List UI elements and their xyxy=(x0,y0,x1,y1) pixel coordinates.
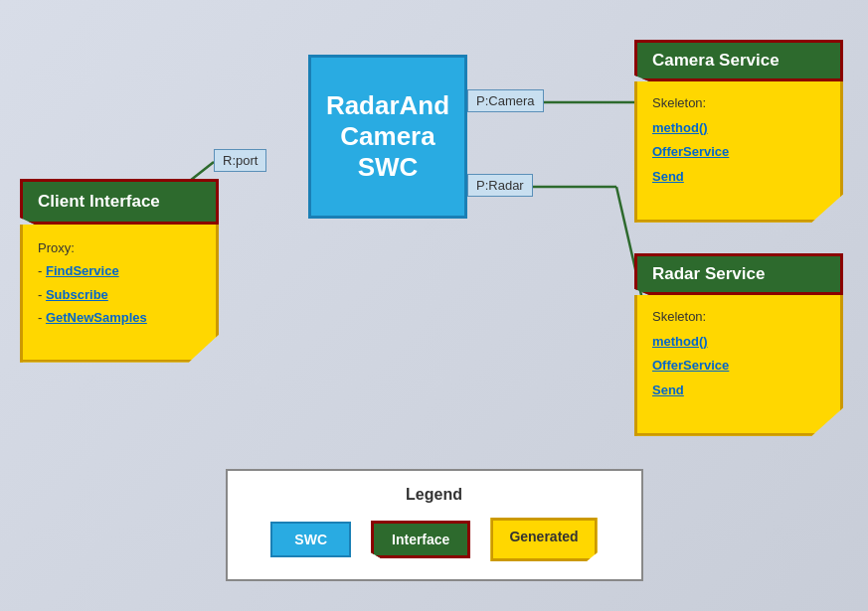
legend-swc-item: SWC xyxy=(270,522,351,557)
client-interface-title: Client Interface xyxy=(38,192,160,211)
camera-service-title: Camera Service xyxy=(652,51,780,70)
client-interface: Client Interface Proxy: - FindService - … xyxy=(20,179,219,363)
camera-service-content: Skeleton: method() OfferService Send xyxy=(652,91,825,190)
camera-service-body: Skeleton: method() OfferService Send xyxy=(634,81,843,223)
radar-offer-service-link: OfferService xyxy=(652,358,729,373)
radar-service-title: Radar Service xyxy=(652,264,765,283)
radar-service-body: Skeleton: method() OfferService Send xyxy=(634,295,843,436)
radar-service-content: Skeleton: method() OfferService Send xyxy=(652,305,825,403)
camera-service: Camera Service Skeleton: method() OfferS… xyxy=(634,40,843,223)
camera-send-link: Send xyxy=(652,169,684,184)
legend: Legend SWC Interface Generated xyxy=(226,469,643,581)
radar-send-link: Send xyxy=(652,382,684,397)
camera-offer-service-link: OfferService xyxy=(652,144,729,159)
legend-title: Legend xyxy=(248,486,621,504)
radar-service-header: Radar Service xyxy=(634,253,843,295)
subscribe-link: Subscribe xyxy=(46,287,108,302)
camera-method-link: method() xyxy=(652,120,708,135)
radar-method-link: method() xyxy=(652,334,708,349)
client-interface-content: Proxy: - FindService - Subscribe - GetNe… xyxy=(38,236,201,330)
diagram-container: RadarAndCameraSWC P:Camera P:Radar R:por… xyxy=(0,0,868,611)
client-interface-header: Client Interface xyxy=(20,179,219,225)
radar-service: Radar Service Skeleton: method() OfferSe… xyxy=(634,253,843,436)
port-camera-label: P:Camera xyxy=(467,89,544,112)
port-rport-label: R:port xyxy=(214,149,266,172)
legend-interface-item: Interface xyxy=(371,521,470,558)
get-new-samples-link: GetNewSamples xyxy=(46,310,147,325)
legend-items: SWC Interface Generated xyxy=(248,518,621,561)
find-service-link: FindService xyxy=(46,263,119,278)
swc-label: RadarAndCameraSWC xyxy=(326,90,449,184)
port-radar-label: P:Radar xyxy=(467,174,533,197)
legend-generated-item: Generated xyxy=(490,518,597,561)
swc-box: RadarAndCameraSWC xyxy=(308,55,467,219)
camera-service-header: Camera Service xyxy=(634,40,843,81)
client-interface-body: Proxy: - FindService - Subscribe - GetNe… xyxy=(20,225,219,363)
